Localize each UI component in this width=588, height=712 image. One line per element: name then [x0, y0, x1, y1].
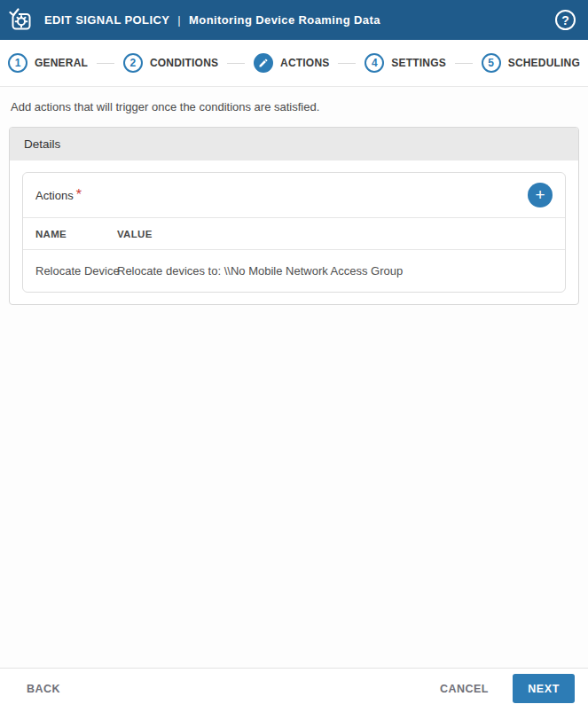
- next-button[interactable]: NEXT: [513, 674, 575, 703]
- column-header-value: VALUE: [117, 229, 553, 239]
- required-asterisk: *: [76, 187, 82, 202]
- actions-label: Actions: [35, 189, 74, 202]
- step-scheduling-number: 5: [482, 53, 501, 73]
- wizard-footer: BACK CANCEL NEXT: [0, 668, 588, 712]
- actions-card: Actions* + NAME VALUE Relocate Device Re…: [22, 172, 566, 293]
- step-connector: [338, 63, 356, 64]
- app-bar: EDIT SIGNAL POLICY | Monitoring Device R…: [0, 0, 588, 40]
- page-title-policy-name: Monitoring Device Roaming Data: [189, 13, 380, 27]
- action-row-relocate-device[interactable]: Relocate Device Relocate devices to: \\N…: [23, 250, 565, 292]
- actions-table-header: NAME VALUE: [23, 218, 565, 250]
- step-settings[interactable]: 4 SETTINGS: [365, 53, 446, 73]
- cancel-button[interactable]: CANCEL: [440, 683, 489, 695]
- step-actions-current[interactable]: ACTIONS: [254, 53, 329, 73]
- step-connector: [227, 63, 245, 64]
- add-action-button[interactable]: +: [528, 183, 553, 207]
- step-general[interactable]: 1 GENERAL: [8, 53, 88, 73]
- step-connector: [455, 63, 473, 64]
- step-settings-number: 4: [365, 53, 384, 73]
- step-conditions-label: CONDITIONS: [150, 57, 218, 69]
- page-title: EDIT SIGNAL POLICY | Monitoring Device R…: [44, 13, 380, 27]
- instruction-text: Add actions that will trigger once the c…: [11, 100, 577, 113]
- content-area: Add actions that will trigger once the c…: [0, 87, 588, 668]
- back-button[interactable]: BACK: [27, 683, 60, 695]
- step-actions-label: ACTIONS: [280, 57, 329, 69]
- actions-header: Actions* +: [23, 173, 565, 218]
- policy-gear-icon: [9, 8, 34, 33]
- help-icon[interactable]: ?: [555, 10, 576, 30]
- step-conditions[interactable]: 2 CONDITIONS: [123, 53, 218, 73]
- details-panel-body: Actions* + NAME VALUE Relocate Device Re…: [10, 160, 578, 304]
- column-header-name: NAME: [35, 229, 117, 239]
- details-panel: Details Actions* + NAME VALUE Relocate D…: [9, 127, 579, 305]
- actions-field-label: Actions*: [35, 187, 82, 203]
- step-scheduling-label: SCHEDULING: [508, 57, 580, 69]
- step-general-number: 1: [8, 53, 27, 73]
- wizard-stepper: 1 GENERAL 2 CONDITIONS ACTIONS 4 SETTING…: [0, 40, 588, 87]
- action-name-cell: Relocate Device: [35, 264, 117, 278]
- step-connector: [97, 63, 114, 64]
- title-separator: |: [177, 13, 181, 27]
- pencil-icon: [254, 53, 273, 73]
- step-scheduling[interactable]: 5 SCHEDULING: [482, 53, 580, 73]
- details-panel-title: Details: [10, 128, 578, 160]
- step-settings-label: SETTINGS: [391, 57, 446, 69]
- help-glyph: ?: [561, 13, 569, 27]
- step-general-label: GENERAL: [35, 57, 88, 69]
- plus-icon: +: [535, 186, 545, 203]
- step-conditions-number: 2: [123, 53, 143, 73]
- page-title-main: EDIT SIGNAL POLICY: [44, 13, 169, 27]
- action-value-cell: Relocate devices to: \\No Mobile Network…: [117, 264, 553, 278]
